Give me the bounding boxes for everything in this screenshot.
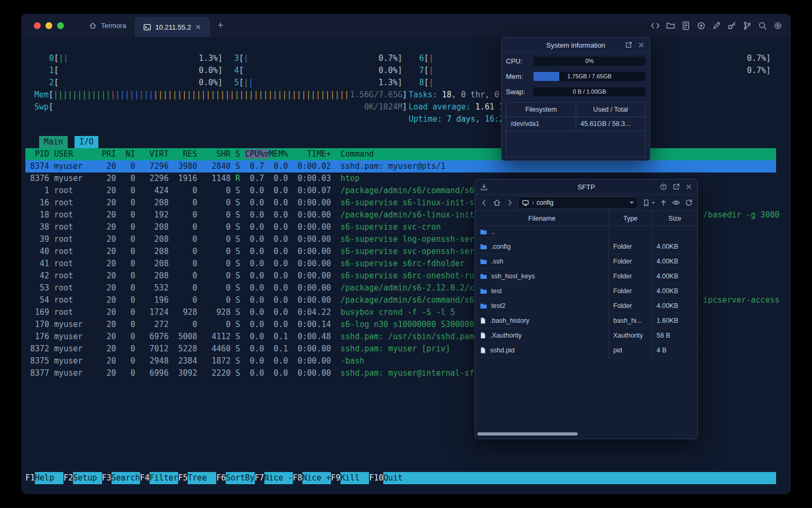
htop-tab-io[interactable]: I/O [75, 136, 98, 148]
cpu-row: CPU: 0% [506, 57, 645, 66]
process-row[interactable]: 169 root 20 0 1724 928 928 S 0.0 0.0 0:0… [25, 306, 455, 319]
file-type: bash_hi... [608, 313, 652, 328]
fkey-f7[interactable]: F7 [255, 472, 264, 484]
process-row[interactable]: 8375 myuser 20 0 2948 2384 1872 S 0.0 0.… [25, 355, 364, 367]
fkey-label-f8[interactable]: Nice + [302, 472, 331, 484]
open-new-icon[interactable] [672, 183, 680, 191]
forward-icon[interactable] [505, 198, 514, 207]
process-row[interactable]: 176 myuser 20 0 6976 5008 4112 S 0.0 0.1… [25, 331, 474, 343]
process-row[interactable]: 54 root 20 0 196 0 0 S 0.0 0.0 0:00.00 /… [25, 294, 479, 306]
process-row[interactable]: 18 root 20 0 192 0 0 S 0.0 0.0 0:00.00 /… [25, 209, 479, 221]
fkey-label-f3[interactable]: Search [112, 472, 140, 484]
up-icon[interactable] [659, 198, 668, 207]
process-row[interactable]: 38 root 20 0 208 0 0 S 0.0 0.0 0:00.00 s… [25, 221, 441, 233]
log-icon[interactable] [681, 21, 690, 30]
fkey-label-f2[interactable]: Setup [73, 472, 102, 484]
file-icon [479, 317, 486, 324]
close-icon[interactable] [637, 41, 645, 49]
type-column-header[interactable]: Type [608, 211, 652, 225]
file-type: pid [608, 343, 652, 357]
file-row[interactable]: .configFolder4.00KB [475, 239, 697, 254]
open-new-icon[interactable] [624, 41, 632, 49]
bookmark-dropdown-chevron-icon[interactable] [652, 202, 655, 205]
branch-icon[interactable] [743, 21, 752, 30]
file-row[interactable]: .bash_historybash_hi...1.60KB [475, 313, 697, 328]
fkey-f2[interactable]: F2 [63, 472, 73, 484]
process-row[interactable]: 41 root 20 0 208 0 0 S 0.0 0.0 0:00.00 s… [25, 258, 465, 270]
file-row[interactable]: .sshFolder4.00KB [475, 254, 697, 269]
fkey-f9[interactable]: F9 [331, 472, 340, 484]
close-icon[interactable] [685, 183, 693, 191]
process-table-header[interactable]: PID USER PRI NI VIRT RES SHR S CPU%▽MEM%… [25, 148, 776, 160]
swap-label: Swap: [506, 88, 525, 96]
htop-function-key-bar[interactable]: F1Help F2Setup F3SearchF4FilterF5Tree F6… [25, 472, 776, 484]
file-row[interactable]: .XauthorityXauthority58 B [475, 328, 697, 343]
file-row[interactable]: test2Folder4.00KB [475, 298, 697, 313]
fkey-f3[interactable]: F3 [102, 472, 112, 484]
fkey-label-f7[interactable]: Nice - [264, 472, 293, 484]
download-icon[interactable] [480, 183, 488, 191]
new-tab-button[interactable]: + [210, 14, 230, 37]
fkey-f1[interactable]: F1 [25, 472, 35, 484]
filesystem-name: /dev/vda1 [506, 117, 576, 131]
file-table-header: Filename Type Size [475, 211, 697, 226]
process-row[interactable]: 8377 myuser 20 0 6996 3092 2220 S 0.0 0.… [25, 367, 479, 379]
fkey-f4[interactable]: F4 [140, 472, 150, 484]
settings-icon[interactable] [773, 21, 782, 30]
process-row[interactable]: 170 myuser 20 0 272 0 0 S 0.0 0.0 0:00.1… [25, 319, 479, 331]
fkey-label-f1[interactable]: Help [35, 472, 63, 484]
zoom-window-button[interactable] [57, 22, 64, 29]
file-row[interactable]: sshd.pidpid4 B [475, 343, 697, 358]
fkey-label-f5[interactable]: Tree [188, 472, 216, 484]
close-tab-icon[interactable] [195, 24, 201, 30]
process-row[interactable]: 40 root 20 0 208 0 0 S 0.0 0.0 0:00.00 s… [25, 246, 474, 258]
fkey-f10[interactable]: F10 [369, 472, 383, 484]
close-window-button[interactable] [34, 22, 41, 29]
edit-icon[interactable] [712, 21, 721, 30]
fkey-label-f10[interactable]: Quit [383, 472, 776, 484]
path-bar[interactable]: › config [518, 196, 638, 209]
home-icon[interactable] [492, 198, 501, 207]
code-icon[interactable] [651, 21, 660, 30]
sftp-header[interactable]: SFTP [475, 179, 697, 195]
htop-tab-main[interactable]: Main [39, 136, 68, 148]
file-row[interactable]: ssh_host_keysFolder4.00KB [475, 269, 697, 284]
fkey-f6[interactable]: F6 [216, 472, 226, 484]
file-row[interactable]: .. [475, 224, 697, 239]
process-row[interactable]: 8374 myuser 20 0 7296 3980 2840 S 0.7 0.… [25, 160, 776, 173]
process-row[interactable]: 8372 myuser 20 0 7012 5228 4460 S 0.0 0.… [25, 343, 450, 355]
fkey-f5[interactable]: F5 [178, 472, 188, 484]
back-icon[interactable] [479, 198, 488, 207]
fkey-label-f9[interactable]: Kill [340, 472, 369, 484]
record-icon[interactable] [697, 21, 706, 30]
process-row[interactable]: 16 root 20 0 208 0 0 S 0.0 0.0 0:00.00 s… [25, 197, 479, 209]
key-icon[interactable] [727, 21, 736, 30]
process-row[interactable]: 8376 myuser 20 0 2296 1916 1148 R 0.7 0.… [25, 173, 359, 185]
file-list: ...configFolder4.00KB.sshFolder4.00KBssh… [475, 224, 697, 358]
minimize-window-button[interactable] [45, 22, 52, 29]
tab-ssh-host[interactable]: 10.211.55.2 [135, 17, 210, 37]
size-column-header[interactable]: Size [652, 211, 697, 225]
folder-icon[interactable] [666, 21, 675, 30]
fkey-label-f6[interactable]: SortBy [226, 472, 254, 484]
bookmark-icon[interactable] [642, 198, 651, 207]
tab-termora[interactable]: Termora [80, 14, 135, 37]
swap-row: Swap: 0 B / 1.00GB [506, 87, 645, 96]
filename-column-header[interactable]: Filename [475, 211, 608, 225]
file-name: .ssh [475, 254, 608, 268]
help-icon[interactable] [659, 183, 667, 191]
process-row[interactable]: 42 root 20 0 208 0 0 S 0.0 0.0 0:00.00 s… [25, 270, 479, 282]
process-row[interactable]: 39 root 20 0 208 0 0 S 0.0 0.0 0:00.00 s… [25, 233, 479, 246]
file-row[interactable]: testFolder4.00KB [475, 284, 697, 298]
horizontal-scrollbar[interactable] [477, 432, 578, 436]
fkey-label-f4[interactable]: Filter [150, 472, 178, 484]
eye-icon[interactable] [671, 198, 680, 207]
path-dropdown-chevron-icon[interactable] [630, 202, 634, 206]
search-icon[interactable] [758, 21, 767, 30]
system-information-header[interactable]: System information [502, 38, 650, 53]
filesystem-row[interactable]: /dev/vda1 45.61GB / 58.3... [506, 117, 645, 131]
process-row[interactable]: 1 root 20 0 424 0 0 S 0.0 0.0 0:00.07 /p… [25, 185, 479, 197]
process-row[interactable]: 53 root 20 0 532 0 0 S 0.0 0.0 0:00.00 /… [25, 282, 479, 294]
refresh-icon[interactable] [684, 198, 693, 207]
fkey-f8[interactable]: F8 [293, 472, 302, 484]
